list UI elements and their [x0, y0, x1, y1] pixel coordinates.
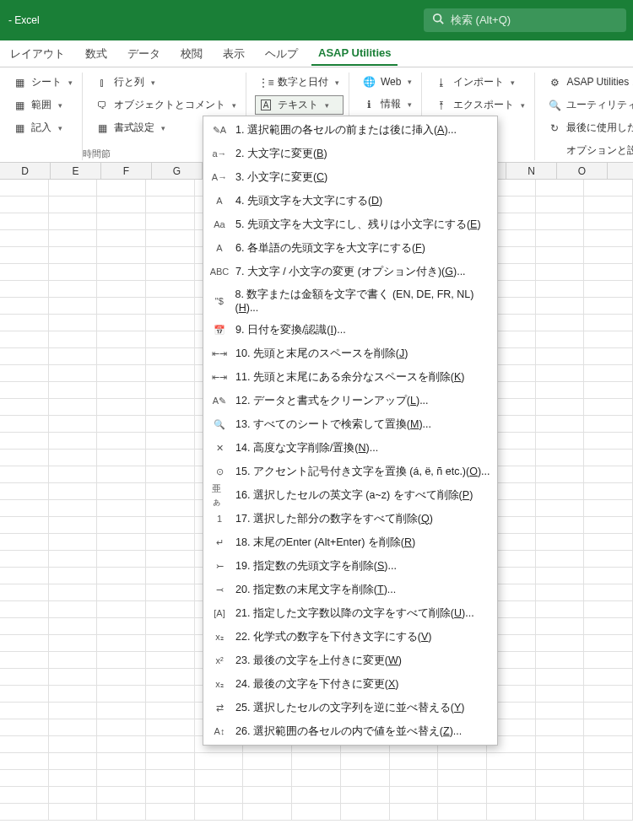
cell[interactable]: [146, 197, 195, 213]
cell[interactable]: [146, 500, 195, 516]
cell[interactable]: [195, 753, 244, 769]
cell[interactable]: [584, 466, 633, 482]
tab-data[interactable]: データ: [121, 41, 167, 67]
cell[interactable]: [536, 433, 585, 449]
cell[interactable]: [0, 500, 49, 516]
cell[interactable]: [536, 568, 585, 584]
cell[interactable]: [146, 348, 195, 364]
column-header[interactable]: E: [51, 163, 101, 179]
menu-item-11[interactable]: ⇤⇥11. 先頭と末尾にある余分なスペースを削除(K): [203, 365, 497, 389]
cell[interactable]: [0, 703, 49, 719]
cell[interactable]: [584, 601, 633, 617]
cell[interactable]: [584, 450, 633, 466]
cell[interactable]: [390, 804, 439, 820]
cell[interactable]: [536, 500, 585, 516]
menu-item-20[interactable]: ⤙20. 指定数の末尾文字を削除(T)...: [203, 578, 497, 601]
cell[interactable]: [584, 365, 633, 381]
cell[interactable]: [536, 517, 585, 533]
cell[interactable]: [49, 365, 98, 381]
cell[interactable]: [0, 197, 49, 213]
cell[interactable]: [0, 382, 49, 398]
cell[interactable]: [97, 197, 146, 213]
cell[interactable]: [0, 433, 49, 449]
cell[interactable]: [97, 568, 146, 584]
menu-item-6[interactable]: A6. 各単語の先頭文字を大文字にする(F): [203, 236, 497, 260]
cell[interactable]: [0, 450, 49, 466]
cell[interactable]: [536, 669, 585, 685]
cell[interactable]: [49, 804, 98, 820]
menu-item-24[interactable]: x₂24. 最後の文字を下付きに変更(X): [203, 672, 497, 696]
cell[interactable]: [49, 382, 98, 398]
cell[interactable]: [584, 517, 633, 533]
cell[interactable]: [536, 618, 585, 634]
cell[interactable]: [49, 719, 98, 735]
menu-item-13[interactable]: 🔍13. すべてのシートで検索して置換(M)...: [203, 412, 497, 436]
cell[interactable]: [146, 635, 195, 651]
menu-item-15[interactable]: ⊙15. アクセント記号付き文字を置換 (á, ë, ñ etc.)(O)...: [203, 460, 497, 483]
cell[interactable]: [0, 213, 49, 229]
cell[interactable]: [584, 281, 633, 297]
cell[interactable]: [146, 753, 195, 769]
cell[interactable]: [536, 686, 585, 702]
cell[interactable]: [341, 753, 390, 769]
cell[interactable]: [584, 264, 633, 280]
menu-item-10[interactable]: ⇤⇥10. 先頭と末尾のスペースを削除(J): [203, 342, 497, 365]
cell[interactable]: [97, 804, 146, 820]
cell[interactable]: [0, 466, 49, 482]
column-header[interactable]: G: [152, 163, 203, 179]
cell[interactable]: [0, 669, 49, 685]
cell[interactable]: [49, 315, 98, 331]
cell[interactable]: [97, 483, 146, 499]
cell[interactable]: [341, 770, 390, 786]
cell[interactable]: [49, 433, 98, 449]
menu-item-22[interactable]: x₂22. 化学式の数字を下付き文字にする(V): [203, 625, 497, 649]
cell[interactable]: [292, 787, 341, 803]
cell[interactable]: [146, 281, 195, 297]
cell[interactable]: [49, 247, 98, 263]
options-settings-button[interactable]: オプションと設定: [544, 141, 633, 160]
cell[interactable]: [243, 787, 292, 803]
cell[interactable]: [584, 534, 633, 550]
cell[interactable]: [0, 635, 49, 651]
cell[interactable]: [438, 770, 487, 786]
menu-item-4[interactable]: A4. 先頭文字を大文字にする(D): [203, 189, 497, 213]
cell[interactable]: [146, 180, 195, 196]
cell[interactable]: [292, 770, 341, 786]
cell[interactable]: [195, 787, 244, 803]
cell[interactable]: [146, 736, 195, 752]
cell[interactable]: [584, 433, 633, 449]
cell[interactable]: [536, 534, 585, 550]
cell[interactable]: [584, 635, 633, 651]
cell[interactable]: [584, 213, 633, 229]
cell[interactable]: [146, 719, 195, 735]
cell[interactable]: [536, 264, 585, 280]
cell[interactable]: [146, 450, 195, 466]
cell[interactable]: [536, 399, 585, 415]
cell[interactable]: [584, 669, 633, 685]
cell[interactable]: [49, 416, 98, 432]
cell[interactable]: [49, 264, 98, 280]
cell[interactable]: [97, 719, 146, 735]
cell[interactable]: [536, 315, 585, 331]
cell[interactable]: [536, 281, 585, 297]
cell[interactable]: [49, 348, 98, 364]
cell[interactable]: [536, 331, 585, 347]
cell[interactable]: [536, 180, 585, 196]
cell[interactable]: [49, 584, 98, 600]
cell[interactable]: [97, 669, 146, 685]
cell[interactable]: [49, 230, 98, 246]
cell[interactable]: [584, 348, 633, 364]
cell[interactable]: [292, 804, 341, 820]
cell[interactable]: [584, 686, 633, 702]
cell[interactable]: [584, 247, 633, 263]
cell[interactable]: [487, 770, 536, 786]
column-header[interactable]: D: [0, 163, 51, 179]
cell[interactable]: [584, 500, 633, 516]
cell[interactable]: [97, 686, 146, 702]
cell[interactable]: [584, 197, 633, 213]
cell[interactable]: [49, 686, 98, 702]
cell[interactable]: [536, 787, 585, 803]
cell[interactable]: [487, 787, 536, 803]
cell[interactable]: [536, 298, 585, 314]
cell[interactable]: [146, 298, 195, 314]
